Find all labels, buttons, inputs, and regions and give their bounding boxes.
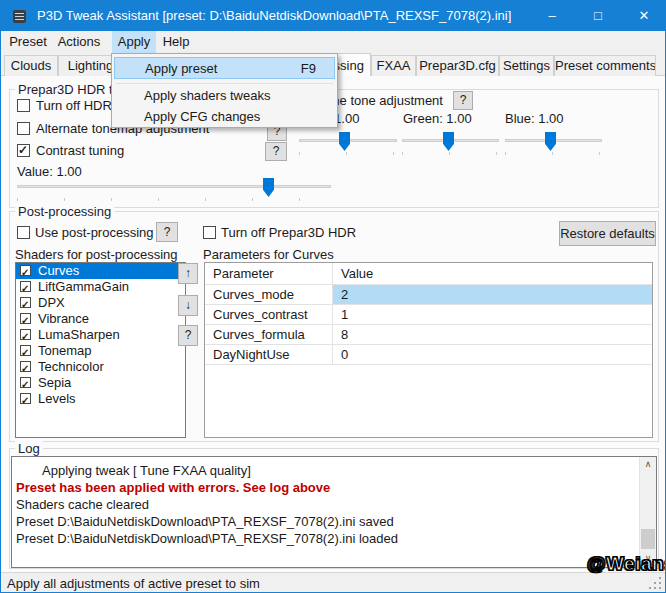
menu-item-label: Apply shaders tweaks <box>144 88 270 103</box>
alternate-tonemap-checkbox[interactable] <box>17 122 30 135</box>
window-title: P3D Tweak Assistant [preset: D:\BaiduNet… <box>37 1 511 31</box>
shader-item-sepia[interactable]: Sepia <box>16 375 185 391</box>
log-line: Applying tweak [ Tune FXAA quality] <box>42 463 251 478</box>
value-cell[interactable]: 2 <box>333 285 652 304</box>
shaders-help-button[interactable]: ? <box>178 325 198 346</box>
use-post-processing-checkbox[interactable] <box>17 226 30 239</box>
turn-off-hdr-label: Turn off HDR <box>36 98 112 113</box>
maximize-button[interactable]: □ <box>575 1 621 31</box>
shader-label: Sepia <box>38 375 71 390</box>
turn-off-p3d-hdr-label: Turn off Prepar3D HDR <box>221 225 356 240</box>
shader-label: DPX <box>38 295 65 310</box>
shaders-list-label: Shaders for post-processing <box>15 247 178 262</box>
menu-help[interactable]: Help <box>154 31 198 53</box>
shader-checkbox[interactable] <box>20 281 31 292</box>
menu-actions[interactable]: Actions <box>48 31 110 53</box>
shader-item-curves[interactable]: Curves <box>16 263 185 279</box>
menu-bar: Preset Actions Apply Help <box>1 31 665 53</box>
red-slider-ticks <box>299 152 397 155</box>
menu-preset[interactable]: Preset <box>1 31 55 53</box>
table-header-value[interactable]: Value <box>333 263 652 284</box>
log-scrollbar[interactable]: ∧ ∨ <box>639 457 656 567</box>
title-bar[interactable]: P3D Tweak Assistant [preset: D:\BaiduNet… <box>1 1 665 31</box>
shader-item-technicolor[interactable]: Technicolor <box>16 359 185 375</box>
shaders-list: Curves LiftGammaGain DPX Vibrance LumaSh… <box>15 262 186 438</box>
tab-prepar3d-cfg[interactable]: Prepar3D.cfg <box>416 55 499 76</box>
shader-label: Technicolor <box>38 359 104 374</box>
close-button[interactable]: ✕ <box>621 1 666 31</box>
resize-grip-icon[interactable] <box>659 587 661 589</box>
menu-item-apply-cfg-changes[interactable]: Apply CFG changes <box>114 106 335 128</box>
contrast-tuning-checkbox[interactable] <box>17 144 30 157</box>
menu-item-apply-shaders-tweaks[interactable]: Apply shaders tweaks <box>114 85 335 107</box>
shader-label: Curves <box>38 263 79 278</box>
shader-checkbox[interactable] <box>20 329 31 340</box>
shader-item-vibrance[interactable]: Vibrance <box>16 311 185 327</box>
shader-checkbox[interactable] <box>20 377 31 388</box>
shader-checkbox[interactable] <box>20 265 31 276</box>
contrast-tuning-help-button[interactable]: ? <box>265 142 287 161</box>
shader-label: LiftGammaGain <box>38 279 129 294</box>
contrast-tuning-label: Contrast tuning <box>36 143 124 158</box>
minimize-button[interactable]: – <box>529 1 575 31</box>
tab-preset-comments[interactable]: Preset comments <box>554 55 656 76</box>
value-cell[interactable]: 0 <box>333 345 652 364</box>
tune-tone-help-button[interactable]: ? <box>453 91 473 110</box>
app-window: P3D Tweak Assistant [preset: D:\BaiduNet… <box>0 0 666 593</box>
menu-apply[interactable]: Apply <box>112 31 156 53</box>
shader-label: Tonemap <box>38 343 91 358</box>
post-processing-group-label: Post-processing <box>15 204 114 219</box>
log-line: Preset D:\BaiduNetdiskDownload\PTA_REXSF… <box>16 531 398 546</box>
table-row[interactable]: Curves_contrast 1 <box>205 305 652 325</box>
use-post-processing-help-button[interactable]: ? <box>156 222 178 242</box>
app-icon <box>13 10 26 23</box>
blue-slider-ticks <box>505 152 602 155</box>
param-cell: Curves_formula <box>205 325 333 344</box>
menu-item-label: Apply CFG changes <box>144 109 260 124</box>
shader-item-liftgammagain[interactable]: LiftGammaGain <box>16 279 185 295</box>
menu-item-label: Apply preset <box>145 61 217 76</box>
shader-item-tonemap[interactable]: Tonemap <box>16 343 185 359</box>
shader-checkbox[interactable] <box>20 345 31 356</box>
shader-item-lumasharpen[interactable]: LumaSharpen <box>16 327 185 343</box>
status-text: Apply all adjustments of active preset t… <box>7 573 260 593</box>
shader-checkbox[interactable] <box>20 361 31 372</box>
move-down-button[interactable]: ↓ <box>178 295 198 316</box>
table-row[interactable]: Curves_mode 2 <box>205 285 652 305</box>
status-bar: Apply all adjustments of active preset t… <box>1 572 665 593</box>
log-textbox[interactable]: Applying tweak [ Tune FXAA quality] Pres… <box>11 456 657 568</box>
shader-label: Vibrance <box>38 311 89 326</box>
log-group-label: Log <box>15 441 43 456</box>
shader-checkbox[interactable] <box>20 297 31 308</box>
table-header-row: Parameter Value <box>205 263 652 285</box>
watermark-text: @Weians <box>587 553 666 575</box>
table-row[interactable]: Curves_formula 8 <box>205 325 652 345</box>
turn-off-p3d-hdr-checkbox[interactable] <box>203 226 216 239</box>
move-up-button[interactable]: ↑ <box>178 263 198 284</box>
menu-item-shortcut: F9 <box>301 58 316 80</box>
turn-off-hdr-checkbox[interactable] <box>17 99 30 112</box>
tab-fxaa[interactable]: FXAA <box>371 55 416 76</box>
value-cell[interactable]: 1 <box>333 305 652 324</box>
blue-slider-label: Blue: 1.00 <box>505 111 564 126</box>
shader-checkbox[interactable] <box>20 393 31 404</box>
green-slider-ticks <box>402 152 499 155</box>
shader-item-levels[interactable]: Levels <box>16 391 185 407</box>
scroll-up-icon[interactable]: ∧ <box>640 457 656 473</box>
tab-clouds[interactable]: Clouds <box>4 55 58 76</box>
shader-checkbox[interactable] <box>20 313 31 324</box>
apply-dropdown-menu: Apply preset F9 Apply shaders tweaks App… <box>111 53 338 128</box>
param-cell: Curves_mode <box>205 285 333 304</box>
menu-item-apply-preset[interactable]: Apply preset F9 <box>114 57 335 79</box>
log-line-error: Preset has been applied with errors. See… <box>16 480 330 495</box>
param-cell: DayNightUse <box>205 345 333 364</box>
tab-settings[interactable]: Settings <box>499 55 554 76</box>
value-slider-track[interactable] <box>17 185 331 188</box>
params-table-label: Parameters for Curves <box>203 247 334 262</box>
table-row[interactable]: DayNightUse 0 <box>205 345 652 365</box>
restore-defaults-button[interactable]: Restore defaults <box>559 221 656 246</box>
value-cell[interactable]: 8 <box>333 325 652 344</box>
table-header-parameter[interactable]: Parameter <box>205 263 333 284</box>
shader-item-dpx[interactable]: DPX <box>16 295 185 311</box>
scroll-thumb[interactable] <box>641 529 655 549</box>
